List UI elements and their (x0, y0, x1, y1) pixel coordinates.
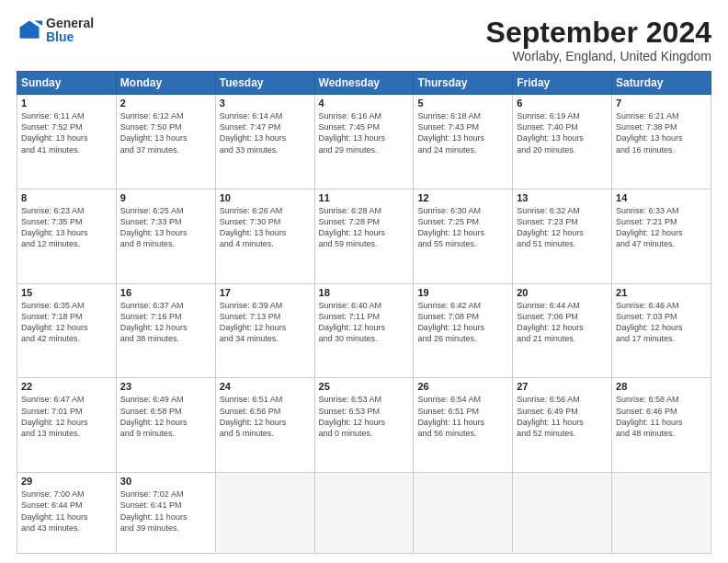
logo-blue-text: Blue (46, 30, 94, 44)
day-number: 3 (220, 98, 311, 109)
day-number: 10 (220, 192, 311, 203)
calendar-cell: 4Sunrise: 6:16 AM Sunset: 7:45 PM Daylig… (314, 95, 414, 190)
day-number: 29 (21, 476, 112, 487)
day-info: Sunrise: 6:30 AM Sunset: 7:25 PM Dayligh… (417, 205, 508, 250)
col-saturday: Saturday (612, 72, 711, 95)
calendar-cell (414, 473, 513, 554)
calendar-cell: 11Sunrise: 6:28 AM Sunset: 7:28 PM Dayli… (314, 189, 414, 283)
col-friday: Friday (513, 72, 612, 95)
day-info: Sunrise: 6:39 AM Sunset: 7:13 PM Dayligh… (220, 300, 311, 345)
logo-general-text: General (46, 17, 94, 30)
day-number: 17 (220, 287, 311, 298)
day-info: Sunrise: 6:28 AM Sunset: 7:28 PM Dayligh… (319, 205, 410, 250)
calendar-cell: 8Sunrise: 6:23 AM Sunset: 7:35 PM Daylig… (17, 189, 117, 283)
day-number: 9 (120, 192, 211, 203)
calendar-cell: 24Sunrise: 6:51 AM Sunset: 6:56 PM Dayli… (215, 378, 314, 473)
calendar-cell: 26Sunrise: 6:54 AM Sunset: 6:51 PM Dayli… (414, 378, 513, 473)
day-number: 13 (517, 192, 608, 203)
day-number: 22 (21, 381, 112, 392)
calendar-cell (513, 473, 612, 554)
calendar-cell: 28Sunrise: 6:58 AM Sunset: 6:46 PM Dayli… (612, 378, 711, 473)
calendar-header-row: Sunday Monday Tuesday Wednesday Thursday… (17, 72, 711, 95)
day-info: Sunrise: 6:56 AM Sunset: 6:49 PM Dayligh… (517, 394, 608, 439)
calendar-cell (215, 473, 314, 554)
calendar-cell: 23Sunrise: 6:49 AM Sunset: 6:58 PM Dayli… (116, 378, 215, 473)
day-info: Sunrise: 6:46 AM Sunset: 7:03 PM Dayligh… (616, 300, 707, 345)
day-info: Sunrise: 6:51 AM Sunset: 6:56 PM Dayligh… (220, 394, 311, 439)
calendar-cell: 3Sunrise: 6:14 AM Sunset: 7:47 PM Daylig… (215, 95, 314, 190)
day-info: Sunrise: 6:40 AM Sunset: 7:11 PM Dayligh… (319, 300, 410, 345)
calendar-table: Sunday Monday Tuesday Wednesday Thursday… (17, 71, 711, 554)
calendar-cell: 20Sunrise: 6:44 AM Sunset: 7:06 PM Dayli… (513, 283, 612, 378)
calendar-cell: 12Sunrise: 6:30 AM Sunset: 7:25 PM Dayli… (414, 189, 513, 283)
logo-text: General Blue (46, 17, 94, 45)
day-info: Sunrise: 6:37 AM Sunset: 7:16 PM Dayligh… (120, 300, 211, 345)
logo: General Blue (17, 17, 94, 45)
calendar-cell: 17Sunrise: 6:39 AM Sunset: 7:13 PM Dayli… (215, 283, 314, 378)
day-number: 5 (417, 98, 508, 109)
day-number: 15 (21, 287, 112, 298)
calendar-cell: 1Sunrise: 6:11 AM Sunset: 7:52 PM Daylig… (17, 95, 117, 190)
calendar-week-2: 8Sunrise: 6:23 AM Sunset: 7:35 PM Daylig… (17, 189, 711, 283)
day-number: 6 (517, 98, 608, 109)
page: General Blue September 2024 Worlaby, Eng… (0, 0, 728, 563)
day-info: Sunrise: 6:25 AM Sunset: 7:33 PM Dayligh… (120, 205, 211, 250)
day-number: 20 (517, 287, 608, 298)
calendar-cell: 18Sunrise: 6:40 AM Sunset: 7:11 PM Dayli… (314, 283, 414, 378)
calendar-week-5: 29Sunrise: 7:00 AM Sunset: 6:44 PM Dayli… (17, 473, 711, 554)
calendar-cell: 2Sunrise: 6:12 AM Sunset: 7:50 PM Daylig… (116, 95, 215, 190)
day-number: 19 (417, 287, 508, 298)
day-info: Sunrise: 6:19 AM Sunset: 7:40 PM Dayligh… (517, 110, 608, 155)
calendar-week-3: 15Sunrise: 6:35 AM Sunset: 7:18 PM Dayli… (17, 283, 711, 378)
calendar-cell: 16Sunrise: 6:37 AM Sunset: 7:16 PM Dayli… (116, 283, 215, 378)
day-info: Sunrise: 6:53 AM Sunset: 6:53 PM Dayligh… (319, 394, 410, 439)
calendar-cell: 22Sunrise: 6:47 AM Sunset: 7:01 PM Dayli… (17, 378, 117, 473)
calendar-cell: 5Sunrise: 6:18 AM Sunset: 7:43 PM Daylig… (414, 95, 513, 190)
col-wednesday: Wednesday (314, 72, 414, 95)
calendar-cell: 29Sunrise: 7:00 AM Sunset: 6:44 PM Dayli… (17, 473, 117, 554)
day-info: Sunrise: 6:14 AM Sunset: 7:47 PM Dayligh… (220, 110, 311, 155)
col-tuesday: Tuesday (215, 72, 314, 95)
day-number: 14 (616, 192, 707, 203)
day-info: Sunrise: 6:18 AM Sunset: 7:43 PM Dayligh… (417, 110, 508, 155)
day-number: 21 (616, 287, 707, 298)
day-number: 30 (120, 476, 211, 487)
day-number: 2 (120, 98, 211, 109)
calendar-cell: 21Sunrise: 6:46 AM Sunset: 7:03 PM Dayli… (612, 283, 711, 378)
day-info: Sunrise: 6:32 AM Sunset: 7:23 PM Dayligh… (517, 205, 608, 250)
calendar-cell: 19Sunrise: 6:42 AM Sunset: 7:08 PM Dayli… (414, 283, 513, 378)
day-info: Sunrise: 6:54 AM Sunset: 6:51 PM Dayligh… (417, 394, 508, 439)
day-info: Sunrise: 6:12 AM Sunset: 7:50 PM Dayligh… (120, 110, 211, 155)
header: General Blue September 2024 Worlaby, Eng… (17, 17, 711, 63)
day-number: 27 (517, 381, 608, 392)
day-number: 4 (319, 98, 410, 109)
calendar-cell: 7Sunrise: 6:21 AM Sunset: 7:38 PM Daylig… (612, 95, 711, 190)
day-info: Sunrise: 6:23 AM Sunset: 7:35 PM Dayligh… (21, 205, 112, 250)
calendar-cell (612, 473, 711, 554)
location-subtitle: Worlaby, England, United Kingdom (486, 49, 711, 63)
calendar-cell: 30Sunrise: 7:02 AM Sunset: 6:41 PM Dayli… (116, 473, 215, 554)
day-info: Sunrise: 7:00 AM Sunset: 6:44 PM Dayligh… (21, 488, 112, 534)
col-monday: Monday (116, 72, 215, 95)
calendar-cell: 6Sunrise: 6:19 AM Sunset: 7:40 PM Daylig… (513, 95, 612, 190)
day-info: Sunrise: 6:58 AM Sunset: 6:46 PM Dayligh… (616, 394, 707, 439)
svg-marker-0 (20, 21, 40, 39)
day-info: Sunrise: 6:16 AM Sunset: 7:45 PM Dayligh… (319, 110, 410, 155)
calendar-cell: 9Sunrise: 6:25 AM Sunset: 7:33 PM Daylig… (116, 189, 215, 283)
calendar-cell: 25Sunrise: 6:53 AM Sunset: 6:53 PM Dayli… (314, 378, 414, 473)
calendar-cell: 15Sunrise: 6:35 AM Sunset: 7:18 PM Dayli… (17, 283, 117, 378)
col-sunday: Sunday (17, 72, 117, 95)
calendar-cell: 27Sunrise: 6:56 AM Sunset: 6:49 PM Dayli… (513, 378, 612, 473)
day-info: Sunrise: 6:35 AM Sunset: 7:18 PM Dayligh… (21, 300, 112, 345)
day-info: Sunrise: 6:47 AM Sunset: 7:01 PM Dayligh… (21, 394, 112, 439)
day-info: Sunrise: 6:21 AM Sunset: 7:38 PM Dayligh… (616, 110, 707, 155)
day-info: Sunrise: 6:42 AM Sunset: 7:08 PM Dayligh… (417, 300, 508, 345)
day-number: 24 (220, 381, 311, 392)
day-number: 18 (319, 287, 410, 298)
day-number: 12 (417, 192, 508, 203)
day-number: 11 (319, 192, 410, 203)
logo-icon (17, 17, 42, 43)
calendar-week-1: 1Sunrise: 6:11 AM Sunset: 7:52 PM Daylig… (17, 95, 711, 190)
day-number: 8 (21, 192, 112, 203)
calendar-cell: 10Sunrise: 6:26 AM Sunset: 7:30 PM Dayli… (215, 189, 314, 283)
